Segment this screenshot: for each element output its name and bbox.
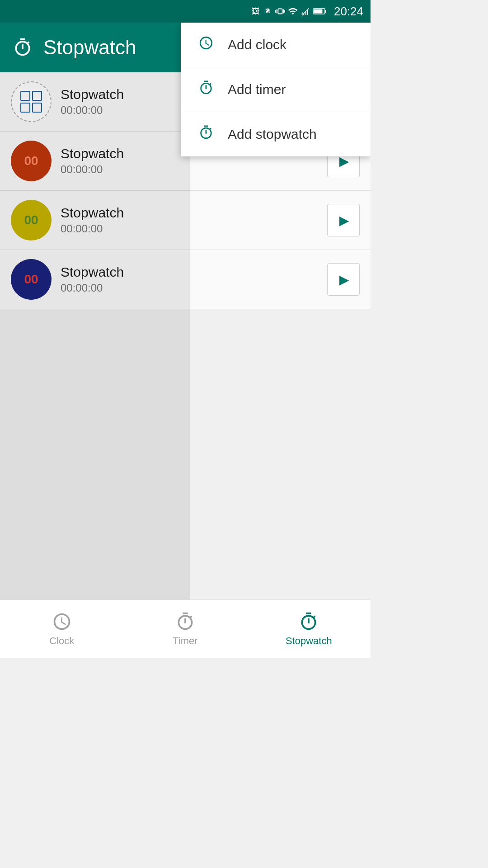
gallery-icon: 🖼 <box>252 7 260 16</box>
avatar-grid <box>20 91 42 113</box>
clock-menu-icon <box>197 35 215 54</box>
stopwatch-time: 00:00:00 <box>61 163 318 176</box>
vibrate-icon <box>275 6 285 16</box>
timer-nav-label: Timer <box>173 635 197 647</box>
grid-cell-4 <box>32 103 42 113</box>
svg-rect-2 <box>314 9 322 14</box>
clock-nav-label: Clock <box>49 635 74 647</box>
dropdown-menu: Add clock Add timer Add stopwatch <box>181 23 371 156</box>
add-clock-label: Add clock <box>228 37 286 52</box>
grid-cell-1 <box>20 91 30 101</box>
play-button[interactable]: ▶ <box>327 263 360 296</box>
status-bar: 🖼 20:24 <box>0 0 371 23</box>
stopwatch-name: Stopwatch <box>61 264 318 280</box>
play-button[interactable]: ▶ <box>327 204 360 236</box>
stopwatch-info: Stopwatch 00:00:00 <box>61 264 318 294</box>
avatar <box>11 81 52 122</box>
grid-cell-3 <box>20 103 30 113</box>
add-timer-label: Add timer <box>228 82 286 97</box>
wifi-icon <box>288 6 298 16</box>
stopwatch-time: 00:00:00 <box>61 222 318 235</box>
timer-nav-icon <box>175 612 195 632</box>
timer-menu-icon <box>197 80 215 99</box>
stopwatch-toolbar-icon <box>13 38 33 57</box>
stopwatch-nav-icon <box>299 612 319 632</box>
stopwatch-nav-label: Stopwatch <box>286 635 332 647</box>
avatar: 00 <box>11 141 52 181</box>
stopwatch-time: 00:00:00 <box>61 282 318 294</box>
stopwatch-name: Stopwatch <box>61 205 318 221</box>
avatar-text: 00 <box>24 213 38 227</box>
signal-icon <box>300 6 310 16</box>
bottom-nav: Clock Timer Stopwatch <box>0 599 371 658</box>
add-timer-item[interactable]: Add timer <box>181 67 371 112</box>
avatar: 00 <box>11 259 52 300</box>
svg-rect-1 <box>325 10 326 13</box>
status-time: 20:24 <box>334 5 363 19</box>
stopwatch-menu-icon <box>197 125 215 144</box>
battery-icon <box>313 6 327 16</box>
avatar-text: 00 <box>24 154 38 168</box>
play-icon: ▶ <box>339 272 349 287</box>
table-row: 00 Stopwatch 00:00:00 ▶ <box>0 191 371 250</box>
avatar: 00 <box>11 200 52 241</box>
table-row: 00 Stopwatch 00:00:00 ▶ <box>0 250 371 309</box>
add-stopwatch-label: Add stopwatch <box>228 127 317 142</box>
bluetooth-icon <box>263 6 272 16</box>
nav-item-clock[interactable]: Clock <box>0 612 123 647</box>
avatar-text: 00 <box>24 272 38 287</box>
play-icon: ▶ <box>339 213 349 228</box>
nav-item-timer[interactable]: Timer <box>123 612 247 647</box>
nav-item-stopwatch[interactable]: Stopwatch <box>247 612 371 647</box>
add-stopwatch-item[interactable]: Add stopwatch <box>181 112 371 156</box>
add-clock-item[interactable]: Add clock <box>181 23 371 67</box>
toolbar-title: Stopwatch <box>43 36 136 59</box>
stopwatch-info: Stopwatch 00:00:00 <box>61 205 318 235</box>
status-icons: 🖼 <box>252 6 327 16</box>
grid-cell-2 <box>32 91 42 101</box>
clock-nav-icon <box>52 612 72 632</box>
